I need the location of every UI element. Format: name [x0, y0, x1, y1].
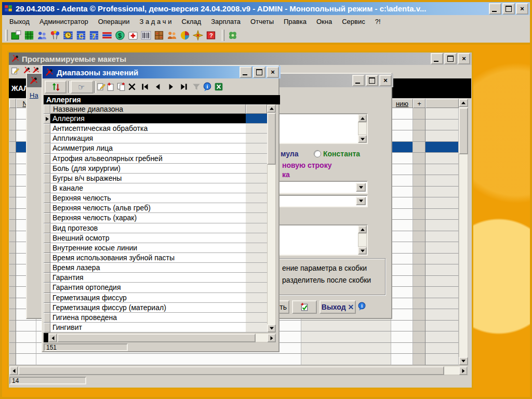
checkbox1-label-fragment[interactable]: ение параметра в скобки	[282, 264, 367, 272]
range-extra-cell[interactable]	[246, 124, 267, 134]
grid-cell[interactable]	[391, 343, 413, 354]
grid-cell[interactable]	[413, 108, 425, 119]
row-selector[interactable]	[9, 242, 16, 254]
combo1-dropdown-icon[interactable]	[356, 183, 366, 192]
range-extra-cell[interactable]	[246, 203, 267, 213]
grid-cell[interactable]	[413, 130, 425, 142]
range-row[interactable]: Гингивит	[44, 323, 267, 332]
param-close-button[interactable]: ×	[379, 75, 392, 86]
apply-check-button[interactable]	[292, 300, 317, 314]
range-row[interactable]: Гарантия ортопедия	[44, 283, 267, 292]
grid-cell[interactable]	[413, 164, 425, 176]
row-selector[interactable]	[9, 309, 16, 321]
grid-cell[interactable]	[425, 231, 459, 243]
grid-cell[interactable]	[413, 231, 425, 243]
row-selector[interactable]	[44, 293, 50, 303]
row-selector[interactable]	[9, 287, 16, 298]
grid-cell[interactable]	[391, 331, 413, 343]
grid-cell[interactable]	[425, 287, 459, 298]
toolbar-handle[interactable]	[222, 30, 224, 41]
menu-item-4[interactable]: З а д а ч и	[140, 18, 172, 25]
grid-cell[interactable]	[425, 354, 459, 365]
range-extra-cell[interactable]	[246, 154, 267, 164]
range-name-cell[interactable]: Верхняя челюсть	[50, 193, 246, 203]
edit-layout-icon[interactable]	[10, 66, 19, 75]
range-extra-cell[interactable]	[246, 114, 267, 124]
close-button[interactable]: ×	[516, 3, 528, 15]
green-grid-icon[interactable]	[24, 30, 34, 41]
range-name-cell[interactable]: Боль (для хирургии)	[50, 164, 246, 174]
range-name-cell[interactable]: В канале	[50, 183, 246, 193]
range-extra-cell[interactable]	[246, 243, 267, 253]
grid-cell[interactable]	[413, 331, 425, 343]
grid-cell[interactable]	[425, 298, 459, 310]
row-selector[interactable]	[9, 321, 16, 332]
ranges-vscroll-thumb[interactable]	[267, 113, 276, 165]
money-icon[interactable]: $	[115, 30, 125, 41]
grid-cell[interactable]	[413, 298, 425, 310]
row-selector[interactable]	[9, 119, 16, 131]
range-row[interactable]: Антисептическая обработка	[44, 124, 267, 134]
row-selector[interactable]	[9, 343, 16, 354]
grid-cell[interactable]	[301, 321, 391, 332]
row-selector[interactable]	[44, 154, 50, 164]
row-selector[interactable]	[9, 276, 16, 287]
range-name-cell[interactable]: Аппликация	[50, 134, 246, 143]
range-row[interactable]: Герметизация фиссур (материал)	[44, 303, 267, 313]
formula-radio-label-fragment[interactable]: мула	[281, 150, 298, 158]
grid-cell[interactable]	[391, 242, 413, 254]
grid-cell[interactable]	[391, 187, 413, 198]
range-name-cell[interactable]: Аллергия	[50, 114, 246, 124]
ta2-scroll-up[interactable]	[358, 225, 367, 233]
calendar-c-icon[interactable]: C	[76, 30, 86, 41]
layouts-scroll-down[interactable]	[459, 357, 468, 365]
cabinet-icon[interactable]	[154, 30, 164, 41]
range-name-cell[interactable]: Верхняя челюсть (альв греб)	[50, 203, 246, 213]
row-selector[interactable]	[44, 183, 50, 193]
row-selector[interactable]	[44, 223, 50, 233]
grid-cell[interactable]	[425, 187, 459, 198]
row-selector[interactable]	[9, 220, 16, 231]
row-selector[interactable]	[44, 253, 50, 263]
range-name-cell[interactable]: Герметизация фиссур	[50, 293, 246, 303]
menu-item-10[interactable]: Сервис	[342, 18, 365, 25]
menu-item-8[interactable]: Правка	[284, 18, 307, 25]
row-selector[interactable]	[44, 134, 50, 143]
grid-cell[interactable]	[413, 119, 425, 131]
menu-item-11[interactable]: ?!	[375, 18, 381, 25]
range-name-cell[interactable]: Антисептическая обработка	[50, 124, 246, 134]
range-name-cell[interactable]: Бугры в/ч выражены	[50, 174, 246, 183]
range-row[interactable]: Внешний осмотр	[44, 233, 267, 243]
layouts-vscroll-thumb[interactable]	[459, 108, 468, 154]
grid-cell[interactable]	[413, 197, 425, 209]
layouts-minimize-button[interactable]	[431, 53, 443, 64]
grid-cell[interactable]	[413, 309, 425, 321]
grid-cell[interactable]	[391, 231, 413, 243]
constant-radio[interactable]	[314, 150, 321, 157]
grid-cell[interactable]	[425, 321, 459, 332]
range-extra-cell[interactable]	[246, 253, 267, 263]
range-name-cell[interactable]: Гарантия ортопедия	[50, 283, 246, 292]
range-row[interactable]: Боль (для хирургии)	[44, 164, 267, 174]
layouts-maximize-button[interactable]	[444, 53, 457, 64]
range-row[interactable]: Бугры в/ч выражены	[44, 174, 267, 183]
grid-cell[interactable]	[16, 321, 36, 332]
grid-cell[interactable]	[413, 187, 425, 198]
checkbox2-label-fragment[interactable]: разделитель после скобки	[282, 276, 371, 284]
grid-cell[interactable]	[425, 276, 459, 287]
ta2-scroll-down[interactable]	[358, 247, 367, 255]
row-selector[interactable]	[9, 197, 16, 209]
exit-button[interactable]: Выход ✕	[320, 300, 356, 314]
range-row[interactable]: Гигиена проведена	[44, 313, 267, 323]
row-selector[interactable]	[44, 303, 50, 313]
range-name-cell[interactable]: Внутренние косые линии	[50, 243, 246, 253]
grid-cell[interactable]	[391, 130, 413, 142]
clover-icon[interactable]	[228, 30, 238, 41]
row-selector[interactable]	[44, 313, 50, 323]
range-row[interactable]: Герметизация фиссур	[44, 293, 267, 303]
row-selector[interactable]	[44, 263, 50, 273]
range-row[interactable]: Асимметрия лица	[44, 143, 267, 153]
grid-cell[interactable]	[425, 331, 459, 343]
range-row[interactable]: Время лазера	[44, 263, 267, 273]
param-maximize-button[interactable]	[366, 75, 378, 86]
